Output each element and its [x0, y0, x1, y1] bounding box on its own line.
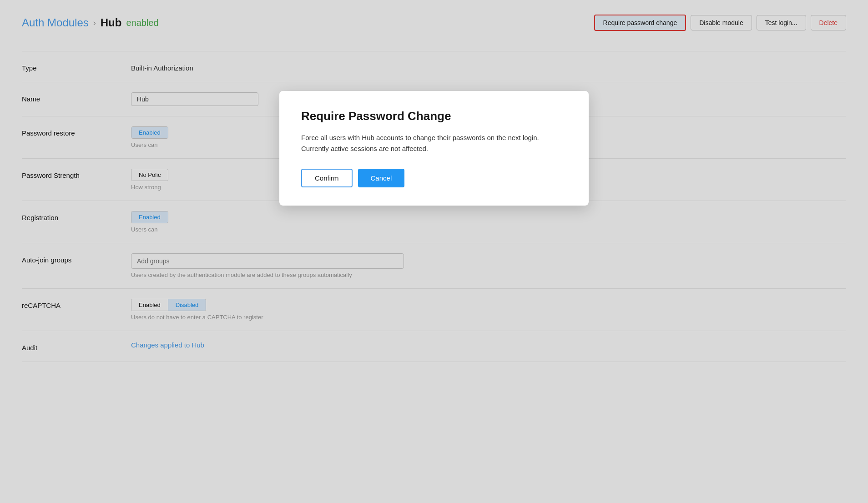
modal-body: Force all users with Hub accounts to cha… — [301, 132, 567, 154]
modal-confirm-button[interactable]: Confirm — [301, 169, 353, 187]
require-password-modal: Require Password Change Force all users … — [279, 91, 589, 206]
modal-actions: Confirm Cancel — [301, 169, 567, 187]
modal-overlay: Require Password Change Force all users … — [0, 0, 868, 503]
modal-title: Require Password Change — [301, 109, 567, 123]
modal-cancel-button[interactable]: Cancel — [358, 169, 405, 187]
page-wrapper: Auth Modules › Hub enabled Require passw… — [0, 0, 868, 503]
